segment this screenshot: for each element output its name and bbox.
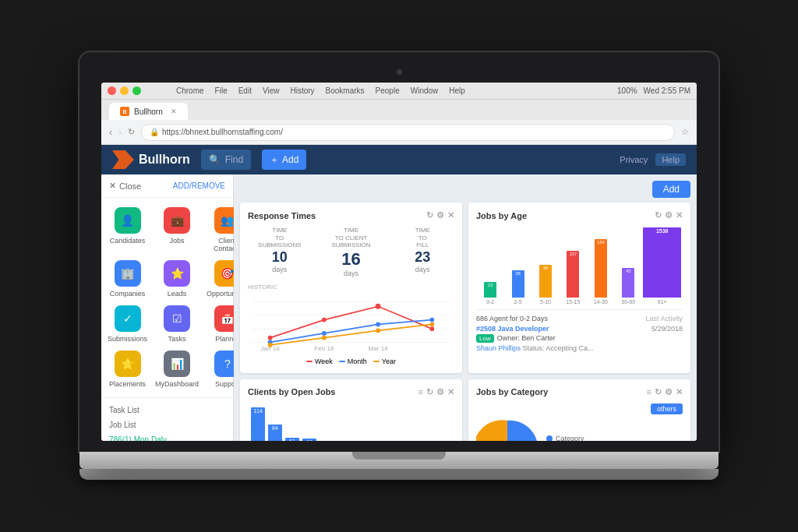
add-button[interactable]: ＋ Add <box>262 150 306 170</box>
laptop-notch <box>352 452 446 460</box>
jobs-label: Jobs <box>170 237 185 245</box>
bookmark-icon[interactable]: ☆ <box>681 127 689 137</box>
line-chart: Jan 18 Feb 18 Mar 18 <box>248 293 454 351</box>
bar-60: 60 <box>302 439 316 441</box>
coj-widget-icons: ≡ ↻ ⚙ ✕ <box>418 387 454 397</box>
agent-label: 686 Agent for 0-2 Days <box>476 315 548 322</box>
menu-window[interactable]: Window <box>411 86 439 95</box>
add-btn-row: Add <box>240 181 690 198</box>
submissions-label: Submissions <box>108 335 147 343</box>
bar-114: 114 <box>251 407 265 441</box>
placements-icon: ⭐ <box>115 351 141 377</box>
candidates-label: Candidates <box>110 237 146 245</box>
others-button[interactable]: others <box>651 403 683 414</box>
rt-fill-value: 23 <box>390 249 454 266</box>
search-icon: 🔍 <box>209 154 221 165</box>
menu-tasks[interactable]: ☑ Tasks <box>155 305 199 343</box>
menu-leads[interactable]: ⭐ Leads <box>155 260 199 298</box>
sidebar: ✕ Close ADD/REMOVE 👤 Candidates 💼 <box>101 174 234 441</box>
back-icon[interactable]: ‹ <box>109 127 112 138</box>
rt-submissions-label: TIMETOSUBMISSIONS <box>248 227 312 249</box>
sidebar-tabs: Task List Job List 786(1) Mon Daly 807 |… <box>101 398 233 441</box>
jba-bar-14-30: 184 14-30 <box>588 227 613 305</box>
menu-submissions[interactable]: ✓ Submissions <box>108 305 147 343</box>
jbc-close-icon[interactable]: ✕ <box>676 387 683 397</box>
tab-786[interactable]: 786(1) Mon Daly <box>101 432 233 441</box>
legend-month[interactable]: Month <box>339 358 367 365</box>
menu-history[interactable]: History <box>290 86 314 95</box>
browser-tab[interactable]: B Bullhorn ✕ <box>109 103 188 120</box>
close-icon[interactable]: ✕ <box>109 181 116 191</box>
menu-jobs[interactable]: 💼 Jobs <box>155 207 199 252</box>
jba-bar-2-5: 38 2-5 <box>505 227 530 305</box>
add-remove-link[interactable]: ADD/REMOVE <box>173 181 225 190</box>
jba-close-icon[interactable]: ✕ <box>676 210 683 220</box>
candidates-icon: 👤 <box>115 207 141 234</box>
status-low: Low <box>476 334 494 343</box>
close-window-button[interactable] <box>108 86 116 95</box>
menu-edit[interactable]: Edit <box>238 86 252 95</box>
chart-legend: Week Month Year <box>248 358 454 365</box>
menu-placements[interactable]: ⭐ Placements <box>108 351 147 388</box>
menu-help[interactable]: Help <box>449 86 465 95</box>
jbc-refresh-icon[interactable]: ↻ <box>655 387 662 397</box>
svg-point-4 <box>268 336 273 340</box>
job-title-link[interactable]: #2508 Java Developer <box>476 325 549 333</box>
tab-close-icon[interactable]: ✕ <box>171 107 177 115</box>
svg-point-6 <box>376 304 381 309</box>
tab-title: Bullhorn <box>134 107 163 116</box>
coj-bar-84: 84 <box>268 425 282 441</box>
bar-0-2: 22 <box>484 282 496 298</box>
jba-bar-0-2: 22 0-2 <box>478 227 503 305</box>
forward-icon[interactable]: › <box>118 127 122 138</box>
jba-refresh-icon[interactable]: ↻ <box>655 210 662 220</box>
svg-text:Jan 18: Jan 18 <box>261 345 281 351</box>
coj-settings-icon[interactable]: ⚙ <box>436 387 444 397</box>
menu-file[interactable]: File <box>215 86 228 95</box>
jba-title: Jobs by Age ↻ ⚙ ✕ <box>476 210 683 220</box>
coj-bar-114: 114 <box>251 407 265 441</box>
minimize-window-button[interactable] <box>120 86 129 95</box>
privacy-link[interactable]: Privacy <box>620 155 648 164</box>
bar-30-60: 45 <box>622 268 634 298</box>
search-button[interactable]: 🔍 Find <box>201 150 251 170</box>
reload-icon[interactable]: ↻ <box>128 127 135 137</box>
legend-year[interactable]: Year <box>373 358 396 365</box>
menu-view[interactable]: View <box>263 86 280 95</box>
response-times-title: Response Times ↻ ⚙ ✕ <box>248 210 454 220</box>
candidate-link[interactable]: Shaun Phillips <box>476 344 521 352</box>
coj-menu-icon[interactable]: ≡ <box>418 387 423 397</box>
coj-close-icon[interactable]: ✕ <box>447 387 454 397</box>
refresh-icon[interactable]: ↻ <box>426 210 433 220</box>
jba-bar-15: 107 15-15 <box>560 227 585 305</box>
tab-job-list[interactable]: Job List <box>101 417 233 432</box>
jbc-menu-icon[interactable]: ≡ <box>647 387 651 397</box>
wifi-status: 100% <box>617 86 637 95</box>
dashboard-add-button[interactable]: Add <box>652 181 690 198</box>
macos-status: 100% Wed 2:55 PM <box>617 86 690 95</box>
tab-task-list[interactable]: Task List <box>101 403 233 417</box>
maximize-window-button[interactable] <box>132 86 141 95</box>
bar-5-10: 46 <box>539 265 552 298</box>
help-button[interactable]: Help <box>655 153 686 166</box>
coj-refresh-icon[interactable]: ↻ <box>426 387 433 397</box>
close-widget-icon[interactable]: ✕ <box>447 210 454 220</box>
legend-week[interactable]: Week <box>306 358 333 365</box>
job-date: 5/29/2018 <box>651 325 683 333</box>
brand-logo <box>112 150 134 169</box>
menu-candidates[interactable]: 👤 Candidates <box>108 207 147 252</box>
jba-settings-icon[interactable]: ⚙ <box>665 210 673 220</box>
menu-people[interactable]: People <box>376 86 400 95</box>
app-container: Bullhorn 🔍 Find ＋ Add Privacy Help <box>101 145 697 441</box>
coj-bar-60: 60 <box>302 439 316 441</box>
nav-right: Privacy Help <box>620 153 686 166</box>
settings-icon[interactable]: ⚙ <box>436 210 444 220</box>
url-input[interactable]: 🔒 https://bhnext.bullhornstaffing.com/ <box>141 124 675 141</box>
menu-chrome[interactable]: Chrome <box>176 86 204 95</box>
menu-mydashboard[interactable]: 📊 MyDashboard <box>155 351 199 388</box>
tasks-icon: ☑ <box>164 305 190 332</box>
jbc-settings-icon[interactable]: ⚙ <box>665 387 673 397</box>
menu-companies[interactable]: 🏢 Companies <box>108 260 147 298</box>
companies-icon: 🏢 <box>115 260 141 287</box>
menu-bookmarks[interactable]: Bookmarks <box>326 86 365 95</box>
